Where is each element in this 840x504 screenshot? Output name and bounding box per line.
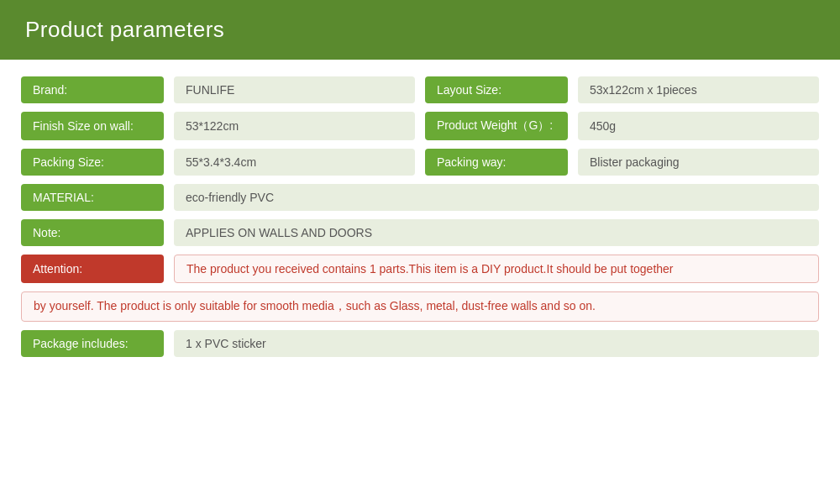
packing-size-group: Packing Size: 55*3.4*3.4cm [21, 149, 415, 176]
package-value: 1 x PVC sticker [174, 330, 819, 357]
finish-group: Finish Size on wall: 53*122cm [21, 112, 415, 140]
page-title: Product parameters [25, 17, 224, 42]
packing-row: Packing Size: 55*3.4*3.4cm Packing way: … [21, 149, 819, 176]
layout-group: Layout Size: 53x122cm x 1pieces [425, 76, 819, 103]
finish-size-row: Finish Size on wall: 53*122cm Product We… [21, 112, 819, 140]
material-value: eco-friendly PVC [174, 184, 819, 211]
attention-row: Attention: The product you received cont… [21, 255, 819, 283]
weight-value: 450g [578, 112, 819, 140]
brand-value: FUNLIFE [174, 76, 415, 103]
material-label: MATERIAL: [21, 184, 164, 211]
package-label: Package includes: [21, 330, 164, 357]
weight-group: Product Weight（G）: 450g [425, 112, 819, 140]
package-row: Package includes: 1 x PVC sticker [21, 330, 819, 357]
layout-value: 53x122cm x 1pieces [578, 76, 819, 103]
header: Product parameters [0, 0, 840, 60]
note-label: Note: [21, 219, 164, 246]
note-value: APPLIES ON WALLS AND DOORS [174, 219, 819, 246]
brand-label: Brand: [21, 76, 164, 103]
finish-size-value: 53*122cm [174, 112, 415, 140]
brand-row: Brand: FUNLIFE Layout Size: 53x122cm x 1… [21, 76, 819, 103]
finish-size-label: Finish Size on wall: [21, 112, 164, 140]
attention-continuation-text: by yourself. The product is only suitabl… [21, 291, 819, 322]
packing-way-group: Packing way: Blister packaging [425, 149, 819, 176]
brand-group: Brand: FUNLIFE [21, 76, 415, 103]
packing-way-value: Blister packaging [578, 149, 819, 176]
material-row: MATERIAL: eco-friendly PVC [21, 184, 819, 211]
content: Brand: FUNLIFE Layout Size: 53x122cm x 1… [0, 60, 840, 374]
layout-label: Layout Size: [425, 76, 568, 103]
weight-label: Product Weight（G）: [425, 112, 568, 140]
note-row: Note: APPLIES ON WALLS AND DOORS [21, 219, 819, 246]
attention-value: The product you received contains 1 part… [174, 255, 819, 283]
packing-way-label: Packing way: [425, 149, 568, 176]
attention-label: Attention: [21, 255, 164, 283]
attention-continuation-row: by yourself. The product is only suitabl… [21, 291, 819, 322]
packing-size-label: Packing Size: [21, 149, 164, 176]
packing-size-value: 55*3.4*3.4cm [174, 149, 415, 176]
